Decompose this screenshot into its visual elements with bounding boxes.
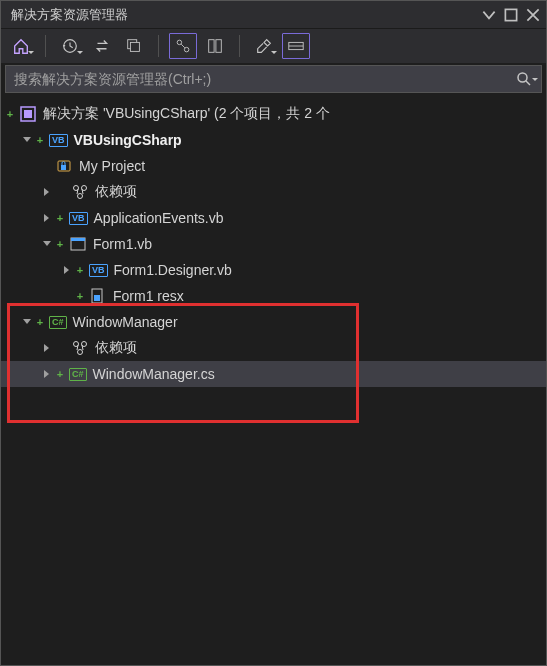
svg-point-16 [78, 194, 83, 199]
file-node-form1-resx[interactable]: + Form1 resx [1, 283, 546, 309]
resx-icon [89, 287, 107, 305]
collapse-arrow-icon[interactable] [59, 262, 75, 278]
dependencies-icon [71, 183, 89, 201]
svg-point-23 [78, 350, 83, 355]
sync-button[interactable] [88, 33, 116, 59]
dependencies-node[interactable]: 依赖项 [1, 179, 546, 205]
svg-point-9 [518, 73, 527, 82]
vb-badge-icon: VB [89, 264, 108, 277]
git-add-icon: + [55, 369, 65, 379]
svg-rect-3 [130, 42, 139, 51]
dropdown-icon[interactable] [480, 6, 498, 24]
git-add-icon: + [75, 291, 85, 301]
collapse-arrow-icon[interactable] [39, 340, 55, 356]
home-button[interactable] [7, 33, 35, 59]
solution-label: 解决方案 'VBUsingCSharp' (2 个项目，共 2 个 [43, 105, 330, 123]
svg-point-5 [184, 47, 189, 52]
expand-arrow-icon[interactable] [19, 314, 35, 330]
file-label: ApplicationEvents.vb [94, 210, 224, 226]
git-add-icon: + [55, 213, 65, 223]
cs-badge-icon: C# [69, 368, 87, 381]
vb-badge-icon: VB [49, 134, 68, 147]
my-project-node[interactable]: My Project [1, 153, 546, 179]
collapse-arrow-icon[interactable] [39, 210, 55, 226]
svg-rect-7 [216, 40, 221, 53]
maximize-icon[interactable] [502, 6, 520, 24]
cs-badge-icon: C# [49, 316, 67, 329]
svg-rect-18 [71, 238, 85, 241]
lock-folder-icon [55, 157, 73, 175]
dependencies-label: 依赖项 [95, 339, 137, 357]
git-add-icon: + [5, 109, 15, 119]
dependencies-label: 依赖项 [95, 183, 137, 201]
search-box[interactable] [5, 65, 542, 93]
file-node-windowmanager[interactable]: + C# WindowManager.cs [1, 361, 546, 387]
expand-arrow-icon[interactable] [39, 236, 55, 252]
svg-rect-11 [24, 110, 32, 118]
project-node-vb[interactable]: + VB VBUsingCSharp [1, 127, 546, 153]
vb-badge-icon: VB [69, 212, 88, 225]
dependencies-node[interactable]: 依赖项 [1, 335, 546, 361]
project-label: VBUsingCSharp [74, 132, 182, 148]
panel-title: 解决方案资源管理器 [11, 6, 128, 24]
file-node-appevents[interactable]: + VB ApplicationEvents.vb [1, 205, 546, 231]
svg-rect-0 [505, 9, 516, 20]
file-node-form1[interactable]: + Form1.vb [1, 231, 546, 257]
history-button[interactable] [56, 33, 84, 59]
view-switch-button[interactable] [282, 33, 310, 59]
collapse-all-button[interactable] [120, 33, 148, 59]
toolbar [1, 29, 546, 63]
file-label: Form1.vb [93, 236, 152, 252]
project-label: WindowManager [73, 314, 178, 330]
close-icon[interactable] [524, 6, 542, 24]
svg-point-4 [177, 40, 182, 45]
file-label: Form1.Designer.vb [114, 262, 232, 278]
git-add-icon: + [55, 239, 65, 249]
show-all-files-button[interactable] [169, 33, 197, 59]
file-node-form1-designer[interactable]: + VB Form1.Designer.vb [1, 257, 546, 283]
preview-button[interactable] [201, 33, 229, 59]
search-icon[interactable] [507, 71, 541, 87]
search-input[interactable] [6, 71, 507, 87]
solution-node[interactable]: + 解决方案 'VBUsingCSharp' (2 个项目，共 2 个 [1, 101, 546, 127]
file-label: Form1 resx [113, 288, 184, 304]
git-add-icon: + [35, 135, 45, 145]
separator [158, 35, 159, 57]
git-add-icon: + [35, 317, 45, 327]
dependencies-icon [71, 339, 89, 357]
expand-arrow-icon[interactable] [19, 132, 35, 148]
file-label: WindowManager.cs [93, 366, 215, 382]
collapse-arrow-icon[interactable] [39, 184, 55, 200]
svg-rect-20 [94, 295, 100, 301]
svg-rect-12 [61, 165, 66, 170]
git-add-icon: + [75, 265, 85, 275]
collapse-arrow-icon[interactable] [39, 366, 55, 382]
form-icon [69, 235, 87, 253]
titlebar: 解决方案资源管理器 [1, 1, 546, 29]
svg-rect-6 [209, 40, 214, 53]
separator [239, 35, 240, 57]
separator [45, 35, 46, 57]
solution-icon [19, 105, 37, 123]
properties-button[interactable] [250, 33, 278, 59]
solution-tree: + 解决方案 'VBUsingCSharp' (2 个项目，共 2 个 + VB… [1, 99, 546, 387]
project-node-cs[interactable]: + C# WindowManager [1, 309, 546, 335]
my-project-label: My Project [79, 158, 145, 174]
